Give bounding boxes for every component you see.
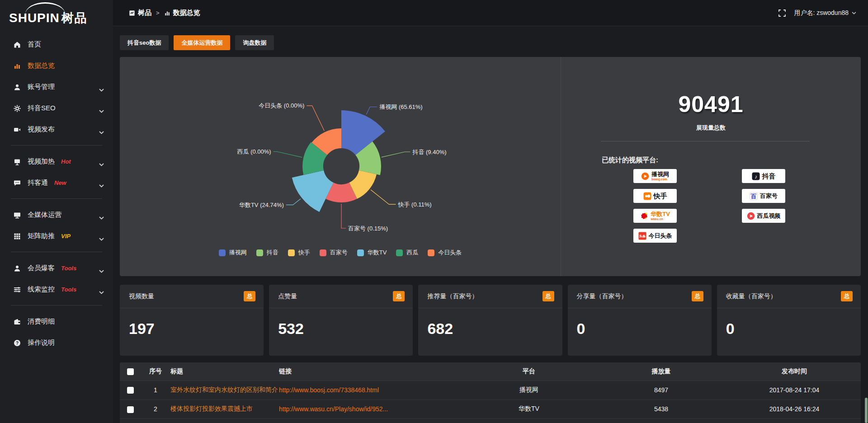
row-select-cell	[120, 400, 141, 418]
stat-card-value: 197	[120, 308, 264, 338]
chart-icon	[164, 10, 170, 16]
table-body: 1室外水纹灯和室内水纹灯的区别和简介http://www.boosj.com/7…	[120, 381, 861, 418]
row-url-link[interactable]: http://www.boosj.com/7338468.html	[279, 381, 463, 400]
platform-badges: 播视网boosj.com快手华数TVwasu.cn头条今日头条♪抖音百百家号西瓜…	[633, 169, 785, 243]
sidebar-item-账号管理[interactable]: 账号管理	[0, 76, 113, 98]
fullscreen-icon	[778, 9, 786, 17]
user-menu[interactable]: 用户名: zswodun88	[794, 9, 856, 17]
tab-抖音seo数据[interactable]: 抖音seo数据	[120, 35, 169, 50]
total-impressions-label: 展现量总数	[561, 124, 861, 132]
sidebar-item-数据总览[interactable]: 数据总览	[0, 55, 113, 76]
sidebar-item-全媒体运营[interactable]: 全媒体运营	[0, 204, 113, 226]
breadcrumb: 树品>数据总览	[129, 9, 200, 17]
tab-询盘数据[interactable]: 询盘数据	[235, 35, 274, 50]
sidebar-item-抖音SEO[interactable]: 抖音SEO	[0, 98, 113, 119]
chevron-down-icon	[99, 291, 104, 294]
videos-table-wrap: 序号标题链接平台播放量发布时间 1室外水纹灯和室内水纹灯的区别和简介http:/…	[120, 362, 861, 423]
legend-item-播视网[interactable]: 播视网	[219, 249, 247, 257]
wallet-icon	[14, 318, 21, 325]
legend-swatch	[320, 249, 326, 256]
legend-item-抖音[interactable]: 抖音	[256, 249, 278, 257]
sidebar-item-label: 抖音SEO	[28, 104, 56, 113]
sidebar-item-矩阵助推[interactable]: 矩阵助推VIP	[0, 226, 113, 247]
sidebar-item-label: 线索监控	[28, 285, 55, 294]
legend-swatch	[256, 249, 263, 256]
row-title-link[interactable]: 楼体投影灯投影效果震撼上市	[170, 400, 279, 418]
tab-bar: 抖音seo数据全媒体运营数据询盘数据	[120, 35, 274, 50]
sidebar-nav: 首页数据总览账号管理抖音SEO视频发布视频加热Hot抖客通New全媒体运营矩阵助…	[0, 34, 113, 353]
chart-legend: 播视网抖音快手百家号华数TV西瓜今日头条	[120, 249, 561, 257]
baijiahao-icon: 百	[750, 192, 758, 200]
pie-slice-播视网[interactable]	[341, 110, 385, 155]
row-plays: 8497	[594, 381, 728, 400]
chevron-down-icon	[99, 216, 104, 220]
screen-icon	[14, 158, 21, 165]
legend-swatch	[288, 249, 295, 256]
sidebar-item-label: 操作说明	[28, 338, 55, 347]
platform-name: 播视网	[651, 171, 669, 178]
sidebar-item-label: 抖客通	[28, 179, 48, 187]
legend-item-西瓜[interactable]: 西瓜	[396, 249, 418, 257]
row-checkbox[interactable]	[127, 387, 134, 394]
legend-label: 华数TV	[368, 249, 387, 257]
row-index: 2	[141, 400, 170, 418]
chevron-down-icon	[99, 131, 104, 134]
legend-item-华数TV[interactable]: 华数TV	[357, 249, 387, 257]
sidebar-divider	[11, 198, 102, 199]
row-title-link[interactable]: 室外水纹灯和室内水纹灯的区别和简介	[170, 381, 279, 400]
stat-card-header: 收藏量（百家号）总	[717, 285, 861, 308]
rose-chart-area: 播视网 (65.61%)抖音 (9.40%)快手 (0.11%)百家号 (0.1…	[120, 57, 561, 276]
sidebar-item-线索监控[interactable]: 线索监控Tools	[0, 279, 113, 300]
grid-icon	[14, 233, 21, 240]
home-icon	[14, 41, 21, 48]
breadcrumb-item-数据总览[interactable]: 数据总览	[164, 9, 200, 17]
chat-icon	[14, 179, 21, 187]
column-header-播放量: 播放量	[594, 362, 728, 381]
pie-label-line	[307, 106, 324, 131]
platform-badge-column: ♪抖音百百家号西瓜视频	[742, 169, 785, 243]
sidebar-item-消费明细[interactable]: 消费明细	[0, 311, 113, 332]
total-badge: 总	[841, 291, 853, 301]
question-icon: ?	[14, 339, 21, 347]
topbar-right: 用户名: zswodun88	[778, 9, 868, 17]
tab-全媒体运营数据[interactable]: 全媒体运营数据	[174, 35, 230, 50]
pie-slice-华数TV[interactable]	[292, 170, 334, 212]
sidebar-divider	[11, 145, 102, 146]
sidebar-item-操作说明[interactable]: ?操作说明	[0, 332, 113, 353]
row-url-link[interactable]: http://www.wasu.cn/Play/show/id/952...	[279, 400, 463, 418]
scrollbar-thumb[interactable]	[865, 398, 868, 423]
select-all-checkbox[interactable]	[127, 368, 134, 375]
legend-item-今日头条[interactable]: 今日头条	[428, 249, 462, 257]
sidebar-item-抖客通[interactable]: 抖客通New	[0, 172, 113, 193]
platform-name: 百家号	[760, 193, 778, 199]
sidebar-item-首页[interactable]: 首页	[0, 34, 113, 55]
legend-label: 百家号	[330, 249, 348, 257]
chevron-down-icon	[852, 12, 856, 14]
table-header-row: 序号标题链接平台播放量发布时间	[120, 362, 861, 381]
pie-label-line	[274, 152, 302, 158]
stat-card-title: 分享量（百家号）	[577, 292, 627, 301]
legend-item-快手[interactable]: 快手	[288, 249, 310, 257]
table-row: 2楼体投影灯投影效果震撼上市http://www.wasu.cn/Play/sh…	[120, 400, 861, 418]
sidebar-item-会员爆客[interactable]: 会员爆客Tools	[0, 258, 113, 279]
sidebar-item-badge: Tools	[61, 286, 76, 293]
legend-label: 西瓜	[406, 249, 418, 257]
platform-name: 快手	[654, 193, 667, 200]
sidebar-item-视频发布[interactable]: 视频发布	[0, 119, 113, 140]
row-checkbox[interactable]	[127, 406, 134, 413]
fullscreen-icon[interactable]	[778, 9, 786, 17]
stat-card-value: 0	[568, 308, 712, 338]
pie-label-line	[286, 199, 301, 205]
monitor-icon	[14, 212, 21, 219]
legend-item-百家号[interactable]: 百家号	[320, 249, 348, 257]
sidebar-item-label: 视频加热	[28, 157, 55, 166]
breadcrumb-item-树品[interactable]: 树品	[129, 9, 151, 17]
legend-swatch	[357, 249, 364, 256]
sidebar-divider	[11, 252, 102, 252]
legend-swatch	[396, 249, 403, 256]
sidebar-item-视频加热[interactable]: 视频加热Hot	[0, 151, 113, 172]
boosj-icon	[641, 172, 649, 180]
row-plays: 5438	[594, 400, 728, 418]
kuaishou-icon	[643, 192, 651, 200]
stat-card-推荐量（百家号）: 推荐量（百家号）总682	[418, 285, 562, 356]
